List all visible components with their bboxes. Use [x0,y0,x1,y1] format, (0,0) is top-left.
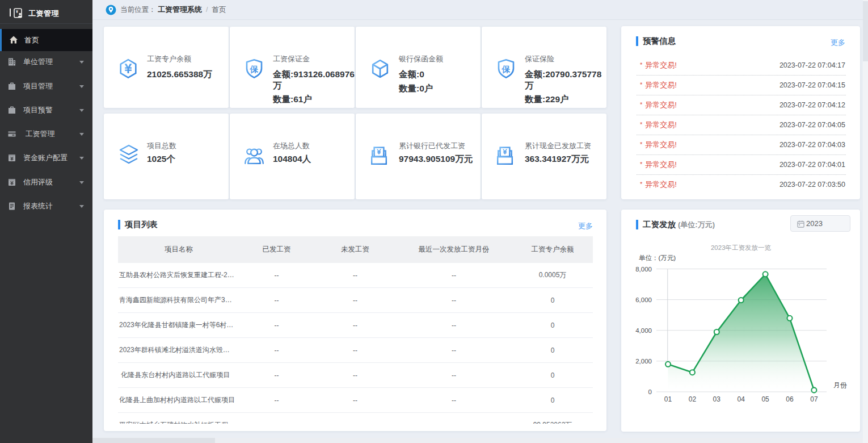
svg-text:4,000: 4,000 [635,327,652,334]
svg-text:月份: 月份 [833,381,847,389]
svg-text:01: 01 [664,395,672,403]
svg-text:03: 03 [713,395,721,403]
svg-text:06: 06 [786,395,794,403]
svg-text:2023年工资发放一览: 2023年工资发放一览 [711,244,772,251]
svg-text:02: 02 [689,395,697,403]
svg-text:04: 04 [738,395,745,403]
svg-text:保: 保 [250,64,259,74]
svg-text:6,000: 6,000 [635,296,652,303]
svg-text:07: 07 [810,395,818,403]
svg-text:0: 0 [648,388,652,395]
svg-text:¥: ¥ [16,10,18,14]
svg-text:05: 05 [761,395,769,403]
svg-text:保: 保 [502,64,511,74]
svg-text:2,000: 2,000 [635,358,652,365]
svg-text:单位：(万元): 单位：(万元) [639,254,676,261]
svg-text:8,000: 8,000 [635,266,652,273]
